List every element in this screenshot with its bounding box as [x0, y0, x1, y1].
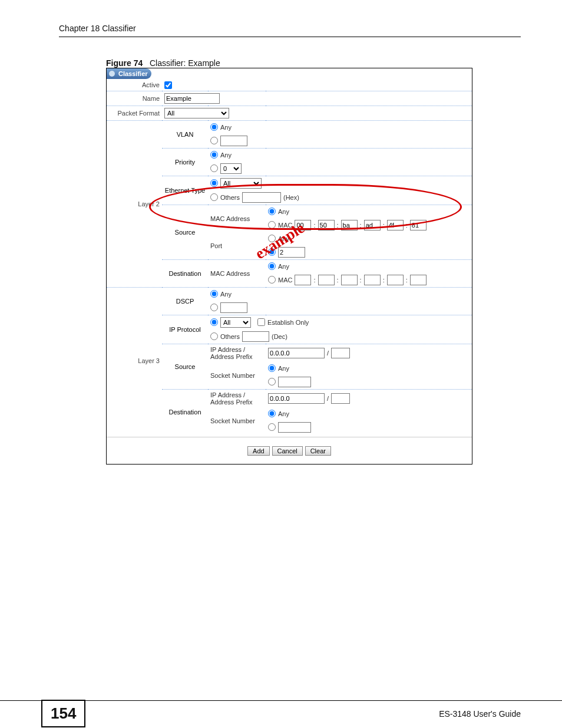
l2-src-mac-val-radio[interactable] — [268, 221, 276, 229]
l3-src-ip-input[interactable] — [268, 348, 325, 358]
eth-others-input[interactable] — [242, 192, 281, 203]
vlan-label: VLAN — [162, 120, 208, 148]
l2-src-port-label: Port — [208, 232, 266, 260]
vlan-val-input[interactable] — [220, 136, 247, 146]
add-button[interactable]: Add — [247, 446, 270, 456]
l3-src-sock-val-radio[interactable] — [268, 378, 276, 386]
ipproto-select[interactable]: All — [220, 317, 251, 328]
l2-src-port-val-radio[interactable] — [268, 248, 276, 256]
eth-select[interactable]: All — [220, 178, 262, 189]
name-label: Name — [107, 91, 162, 106]
priority-select[interactable]: 0 — [220, 163, 242, 174]
eth-others-radio[interactable] — [210, 193, 218, 201]
l2-source-label: Source — [162, 205, 208, 259]
tab-dot-icon — [109, 71, 115, 77]
l2-dest-mac-1[interactable] — [318, 275, 335, 285]
l2-src-mac-1[interactable] — [318, 220, 335, 230]
l3-src-label: Source — [162, 344, 208, 389]
l3-dest-sock-val-radio[interactable] — [268, 423, 276, 431]
l2-dest-mac-2[interactable] — [341, 275, 358, 285]
l2-dest-mac-5[interactable] — [410, 275, 427, 285]
layer2-label: Layer 2 — [107, 120, 162, 287]
l3-dest-ip-label: IP Address /Address Prefix — [208, 389, 266, 407]
figure-label: Figure 74 — [106, 58, 143, 68]
l3-dest-sock-any-radio[interactable] — [268, 410, 276, 417]
packet-format-select[interactable]: All — [164, 108, 229, 118]
l2-src-mac-2[interactable] — [341, 220, 358, 230]
l2-src-mac-any-radio[interactable] — [268, 207, 276, 215]
chapter-header: Chapter 18 Classifier — [59, 24, 521, 37]
l2-src-mac-label: MAC Address — [208, 205, 266, 232]
l2-dest-mac-any-radio[interactable] — [268, 262, 276, 270]
dscp-label: DSCP — [162, 287, 208, 315]
ipproto-others-radio[interactable] — [210, 332, 218, 340]
name-input[interactable] — [164, 93, 220, 104]
figure-caption: Figure 74 Classifier: Example — [106, 58, 521, 68]
tab-title: Classifier — [118, 70, 148, 77]
layer3-label: Layer 3 — [107, 287, 162, 434]
l3-dest-sock-label: Socket Number — [208, 407, 266, 434]
l3-dest-sock-input[interactable] — [278, 422, 311, 433]
l3-src-prefix-input[interactable] — [331, 348, 350, 358]
eth-label: Ethernet Type — [162, 176, 208, 205]
l2-src-mac-4[interactable] — [387, 220, 404, 230]
priority-any-radio[interactable] — [210, 151, 218, 159]
l3-src-sock-input[interactable] — [278, 377, 311, 387]
ipproto-label: IP Protocol — [162, 315, 208, 344]
ipproto-others-input[interactable] — [242, 331, 269, 342]
ipproto-all-radio[interactable] — [210, 318, 218, 326]
dscp-input[interactable] — [220, 302, 247, 313]
l2-src-port-any-radio[interactable] — [268, 235, 276, 242]
l2-dest-mac-4[interactable] — [387, 275, 404, 285]
l2-src-mac-3[interactable] — [364, 220, 381, 230]
l3-src-sock-any-radio[interactable] — [268, 364, 276, 372]
l2-dest-mac-3[interactable] — [364, 275, 381, 285]
figure-text: Classifier: Example — [150, 58, 220, 68]
l2-dest-mac-0[interactable] — [295, 275, 311, 285]
active-checkbox[interactable] — [164, 81, 172, 89]
page-number: 154 — [41, 700, 85, 727]
l2-src-mac-5[interactable] — [410, 220, 427, 230]
vlan-any-radio[interactable] — [210, 123, 218, 131]
establish-checkbox[interactable] — [257, 318, 265, 326]
priority-val-radio[interactable] — [210, 164, 218, 172]
dscp-val-radio[interactable] — [210, 304, 218, 311]
active-label: Active — [107, 79, 162, 91]
l3-src-sock-label: Socket Number — [208, 362, 266, 390]
l2-src-mac-0[interactable] — [295, 220, 311, 230]
eth-all-radio[interactable] — [210, 179, 218, 187]
l3-dest-label: Destination — [162, 389, 208, 434]
guide-name: ES-3148 User's Guide — [439, 709, 521, 719]
l2-dest-mac-val-radio[interactable] — [268, 276, 276, 284]
l2-src-port-input[interactable] — [278, 247, 305, 258]
clear-button[interactable]: Clear — [305, 446, 331, 456]
priority-label: Priority — [162, 148, 208, 176]
l2-dest-label: Destination — [162, 259, 208, 287]
l3-dest-prefix-input[interactable] — [331, 393, 350, 404]
l3-dest-ip-input[interactable] — [268, 393, 325, 404]
vlan-val-radio[interactable] — [210, 137, 218, 144]
cancel-button[interactable]: Cancel — [272, 446, 303, 456]
packet-format-label: Packet Format — [107, 106, 162, 120]
dscp-any-radio[interactable] — [210, 290, 218, 298]
l2-dest-mac-label: MAC Address — [208, 259, 266, 287]
l3-src-ip-label: IP Address /Address Prefix — [208, 344, 266, 362]
panel-tab: Classifier — [107, 68, 472, 79]
